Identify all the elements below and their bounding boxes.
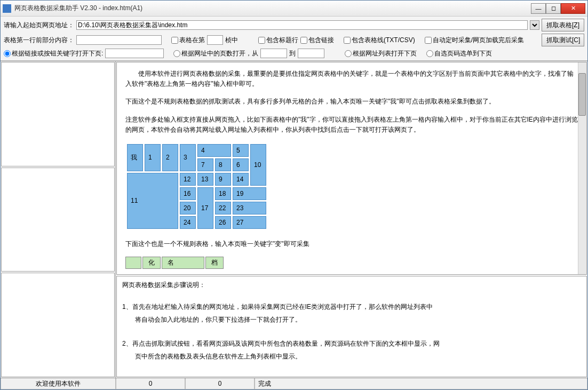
table-cell: 18 bbox=[215, 187, 231, 200]
table-cell: 27 bbox=[233, 216, 266, 229]
window-title: 网页表格数据采集助手 V2.30 - index.htm(A1) bbox=[14, 4, 531, 13]
green-cell: 化 bbox=[142, 257, 161, 269]
table-cell: 4 bbox=[197, 144, 231, 157]
help-step: 2、再点击抓取测试按钮，看看网页源码及该网页中所包含的表格数量，网页源码在软件下… bbox=[122, 338, 581, 349]
table-cell: 9 bbox=[215, 173, 231, 186]
table-at-check[interactable]: 表格在第 bbox=[171, 36, 205, 45]
green-cell: 名 bbox=[162, 257, 204, 269]
table-cell: 17 bbox=[197, 187, 213, 229]
table-cell: 5 bbox=[233, 144, 249, 157]
close-button[interactable]: ✕ bbox=[561, 3, 585, 14]
window-controls: — ◻ ✕ bbox=[531, 3, 585, 14]
content-pane[interactable]: 使用本软件进行网页表格数据的采集，最重要的是要抓住指定网页表格中的关键字，就是一… bbox=[116, 62, 587, 275]
table-cell: 1 bbox=[145, 144, 161, 171]
main-area: 使用本软件进行网页表格数据的采集，最重要的是要抓住指定网页表格中的关键字，就是一… bbox=[1, 61, 587, 378]
include-grid-check[interactable]: 包含表格线(TXT/CSV) bbox=[344, 36, 415, 45]
status-count2: 0 bbox=[185, 378, 255, 389]
right-column: 使用本软件进行网页表格数据的采集，最重要的是要抓住指定网页表格中的关键字，就是一… bbox=[116, 61, 587, 378]
table-cell: 2 bbox=[162, 144, 178, 171]
table-cell: 22 bbox=[215, 202, 231, 214]
left-box-1[interactable] bbox=[1, 62, 115, 166]
grab-table-button[interactable]: 抓取表格[Z] bbox=[542, 19, 584, 31]
auto-timer-check[interactable]: 自动定时采集/网页加载完后采集 bbox=[425, 36, 524, 45]
app-icon bbox=[3, 4, 11, 13]
url-input[interactable] bbox=[76, 20, 528, 30]
toolbar: 请输入起始页网页地址： 抓取表格[Z] 表格第一行前部分内容： 表格在第 桢中 … bbox=[1, 17, 587, 61]
table-cell: 7 bbox=[197, 158, 213, 171]
table-cell: 20 bbox=[180, 202, 196, 214]
page-from-input[interactable] bbox=[260, 49, 287, 58]
titlebar[interactable]: 网页表格数据采集助手 V2.30 - index.htm(A1) — ◻ ✕ bbox=[1, 1, 587, 17]
first-row-label: 表格第一行前部分内容： bbox=[4, 36, 74, 45]
green-cell: 档 bbox=[205, 257, 224, 269]
include-link-check[interactable]: 包含链接 bbox=[300, 36, 334, 45]
table-cell: 26 bbox=[215, 216, 231, 229]
radio-page-select[interactable]: 自选页码选单到下页 bbox=[426, 49, 492, 58]
content-p2: 下面这个是不规则表格数据的抓取测试表，具有多行多列单元格的合并，输入本页唯一关键… bbox=[125, 97, 578, 107]
help-step: 1、首先在地址栏输入待采集的网页地址，如果待采集网页已经在IE类浏览器中打开了，… bbox=[122, 301, 581, 312]
table-cell: 12 bbox=[180, 173, 196, 186]
page-to-input[interactable] bbox=[298, 49, 324, 58]
help-title: 网页表格数据采集步骤说明： bbox=[122, 280, 581, 290]
table-cell: 11 bbox=[127, 173, 178, 229]
left-box-2[interactable] bbox=[1, 168, 115, 272]
table-cell: 19 bbox=[233, 187, 266, 200]
content-p4: 下面这个也是一个不规则表格，输入本页唯一关键字"变"即可采集 bbox=[125, 239, 578, 249]
left-box-3[interactable] bbox=[1, 273, 115, 377]
statusbar: 欢迎使用本软件 0 0 完成 bbox=[1, 378, 587, 389]
table-cell: 6 bbox=[233, 158, 249, 171]
url-label: 请输入起始页网页地址： bbox=[4, 21, 74, 30]
table-cell: 10 bbox=[250, 144, 266, 186]
table-cell: 24 bbox=[180, 216, 196, 229]
table-cell: 23 bbox=[233, 202, 266, 214]
help-step: 3、从表格数列表中选择你要抓取的表格，此时表格左上角第一格文字将显示在软件的表格… bbox=[122, 375, 581, 377]
url-dropdown[interactable] bbox=[530, 20, 539, 30]
minimize-button[interactable]: — bbox=[531, 3, 546, 14]
radio-page-number[interactable]: 根据网址中的页数打开，从 bbox=[173, 49, 258, 58]
scrollbar-thumb[interactable] bbox=[578, 73, 586, 116]
content-scrollbar[interactable] bbox=[578, 62, 586, 274]
table-cell: 8 bbox=[215, 158, 231, 171]
help-step: 页中所含的表格数及表头信息在软件左上角列表框中显示。 bbox=[122, 351, 581, 362]
help-step: 将自动会加入此地址的，你只要下拉选择一下就会打开了。 bbox=[122, 314, 581, 325]
status-count1: 0 bbox=[116, 378, 185, 389]
radio-link-keyword[interactable]: 根据链接或按钮关键字打开下页: bbox=[4, 49, 103, 58]
content-p3: 注意软件多处输入框支持直接从网页拖入，比如下面表格中的"我"字，你可以直接拖入到… bbox=[125, 115, 578, 135]
content-p1: 使用本软件进行网页表格数据的采集，最重要的是要抓住指定网页表格中的关键字，就是一… bbox=[125, 69, 578, 89]
table-at-suffix: 桢中 bbox=[225, 36, 238, 45]
grab-test-button[interactable]: 抓取测试[C] bbox=[542, 34, 584, 46]
page-to-label: 到 bbox=[289, 49, 296, 58]
status-done: 完成 bbox=[255, 378, 587, 389]
green-table: 化 名 档 bbox=[125, 257, 578, 269]
include-title-check[interactable]: 包含标题行 bbox=[258, 36, 298, 45]
table-cell: 我 bbox=[127, 144, 143, 171]
left-column bbox=[1, 61, 116, 378]
app-window: 网页表格数据采集助手 V2.30 - index.htm(A1) — ◻ ✕ 请… bbox=[0, 0, 588, 390]
table-cell: 14 bbox=[233, 173, 249, 186]
green-cell-empty bbox=[125, 257, 141, 269]
table-at-input[interactable] bbox=[207, 35, 223, 45]
link-keyword-input[interactable] bbox=[105, 49, 164, 58]
status-welcome: 欢迎使用本软件 bbox=[1, 378, 116, 389]
help-pane[interactable]: 网页表格数据采集步骤说明： 1、首先在地址栏输入待采集的网页地址，如果待采集网页… bbox=[116, 276, 587, 377]
demo-table: 我 1 2 3 4 5 10 7 8 6 11 bbox=[125, 142, 268, 230]
radio-url-list[interactable]: 根据网址列表打开下页 bbox=[345, 49, 417, 58]
table-cell: 16 bbox=[180, 187, 196, 200]
maximize-button[interactable]: ◻ bbox=[546, 3, 561, 14]
table-cell: 13 bbox=[197, 173, 213, 186]
table-cell: 3 bbox=[180, 144, 196, 171]
first-row-input[interactable] bbox=[76, 35, 162, 45]
